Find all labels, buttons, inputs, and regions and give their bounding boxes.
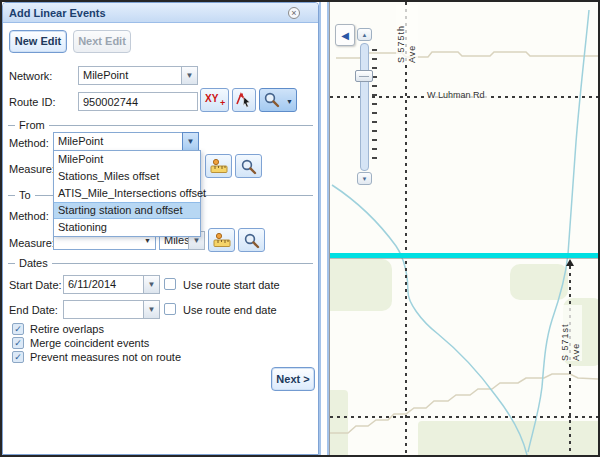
xy-locate-button[interactable]: XY + xyxy=(200,88,229,112)
new-edit-button[interactable]: New Edit xyxy=(9,30,67,53)
road-label-s-575th-ave: S 575th Ave xyxy=(396,5,418,63)
xy-plus-icon: + xyxy=(220,98,225,108)
zoom-in-arrow-icon: ▲ xyxy=(362,32,368,38)
from-measure-tool-button[interactable] xyxy=(205,154,232,178)
contour-line xyxy=(330,374,598,433)
zoom-slider-track[interactable] xyxy=(360,43,369,171)
creek-line xyxy=(528,10,589,452)
merge-coincident-checkbox[interactable]: ✓ xyxy=(12,337,24,349)
dropdown-item[interactable]: Stationing xyxy=(54,219,200,236)
from-method-combo[interactable]: MilePoint ▼ xyxy=(53,132,199,151)
from-separator xyxy=(8,125,313,126)
collapse-arrow-icon: ◀ xyxy=(341,30,349,41)
next-button[interactable]: Next > xyxy=(271,367,315,391)
check-icon: ✓ xyxy=(14,338,22,348)
route-id-label: Route ID: xyxy=(9,96,55,108)
end-date-dropdown-arrow-icon[interactable]: ▼ xyxy=(143,300,160,319)
network-dropdown-arrow-icon[interactable]: ▼ xyxy=(181,66,198,85)
merge-coincident-label: Merge coincident events xyxy=(30,337,149,349)
dropdown-item[interactable]: Stations_Miles offset xyxy=(54,168,200,185)
end-date-label: End Date: xyxy=(9,304,58,316)
panel-title: Add Linear Events xyxy=(9,7,106,19)
dates-legend: Dates xyxy=(15,257,52,269)
zoom-out-button[interactable]: ▼ xyxy=(357,172,372,185)
to-method-label: Method: xyxy=(9,210,49,222)
panel-splitter[interactable] xyxy=(319,2,329,455)
from-legend: From xyxy=(15,119,49,131)
network-combo[interactable]: MilePoint ▼ xyxy=(78,66,198,85)
end-date-combo[interactable]: ▼ xyxy=(63,300,160,319)
next-edit-button[interactable]: Next Edit xyxy=(73,30,131,53)
from-method-dropdown-arrow-icon[interactable]: ▼ xyxy=(182,132,199,151)
retire-overlaps-label: Retire overlaps xyxy=(30,323,104,335)
search-dropdown-arrow-icon: ▼ xyxy=(286,98,293,105)
start-date-combo[interactable]: 6/11/2014 ▼ xyxy=(63,275,160,294)
road-label-w-luhman-rd: W Luhman Rd xyxy=(425,90,487,100)
zoom-slider-ticks xyxy=(372,49,377,166)
to-measure-label: Measure: xyxy=(9,237,55,249)
select-route-on-map-button[interactable] xyxy=(232,88,256,112)
from-method-value: MilePoint xyxy=(58,135,103,147)
close-icon[interactable]: × xyxy=(288,7,300,19)
check-icon: ✓ xyxy=(14,352,22,362)
to-measure-arrow-icon[interactable]: ▼ xyxy=(144,237,151,244)
dropdown-item-selected[interactable]: Starting station and offset xyxy=(54,202,200,219)
collapse-panel-button[interactable]: ◀ xyxy=(335,24,355,46)
zoom-out-arrow-icon: ▼ xyxy=(362,176,368,182)
use-route-start-checkbox[interactable] xyxy=(164,278,176,290)
map-view[interactable]: S 575th Ave W Luhman Rd S 571st Ave ◀ ▲ … xyxy=(329,2,598,455)
route-direction-arrow-icon xyxy=(566,259,574,266)
from-measure-search-button[interactable] xyxy=(235,154,262,178)
to-legend: To xyxy=(15,189,35,201)
magnifier-icon xyxy=(240,158,258,176)
dropdown-item[interactable]: MilePoint xyxy=(54,151,200,168)
road-bottom xyxy=(330,416,598,418)
zoom-slider-handle[interactable] xyxy=(355,70,373,82)
start-date-label: Start Date: xyxy=(9,279,62,291)
measure-ruler-icon xyxy=(212,232,232,250)
to-measure-tool-button[interactable] xyxy=(208,228,235,252)
prevent-measures-label: Prevent measures not on route xyxy=(30,351,181,363)
measure-ruler-icon xyxy=(209,158,229,176)
network-value: MilePoint xyxy=(83,69,128,81)
use-route-end-label: Use route end date xyxy=(183,304,277,316)
highlighted-route xyxy=(330,253,598,258)
dropdown-item[interactable]: ATIS_Mile_Intersections offset xyxy=(54,185,200,202)
dates-separator xyxy=(8,263,313,264)
creek-line xyxy=(332,185,527,455)
route-id-input[interactable] xyxy=(78,92,198,111)
start-date-dropdown-arrow-icon[interactable]: ▼ xyxy=(143,275,160,294)
retire-overlaps-checkbox[interactable]: ✓ xyxy=(12,323,24,335)
method-dropdown-list: MilePoint Stations_Miles offset ATIS_Mil… xyxy=(53,150,201,237)
search-route-dropdown-button[interactable]: ▼ xyxy=(259,88,297,112)
use-route-end-checkbox[interactable] xyxy=(164,303,176,315)
from-measure-label: Measure: xyxy=(9,163,55,175)
road-s-575th-ave xyxy=(405,2,407,455)
add-linear-events-panel: Add Linear Events × New Edit Next Edit N… xyxy=(2,2,319,455)
prevent-measures-checkbox[interactable]: ✓ xyxy=(12,351,24,363)
use-route-start-label: Use route start date xyxy=(183,279,280,291)
magnifier-icon xyxy=(243,232,261,250)
zoom-in-button[interactable]: ▲ xyxy=(357,28,372,41)
panel-header: Add Linear Events × xyxy=(3,3,318,23)
xy-icon: XY xyxy=(205,93,218,104)
road-label-s-571st-ave: S 571st Ave xyxy=(560,305,582,361)
start-date-value: 6/11/2014 xyxy=(68,278,116,290)
magnifier-icon xyxy=(263,91,281,109)
to-measure-search-button[interactable] xyxy=(238,228,265,252)
from-method-label: Method: xyxy=(9,137,49,149)
network-label: Network: xyxy=(9,70,52,82)
select-route-icon xyxy=(233,89,255,111)
check-icon: ✓ xyxy=(14,324,22,334)
app-window: Add Linear Events × New Edit Next Edit N… xyxy=(0,0,600,457)
